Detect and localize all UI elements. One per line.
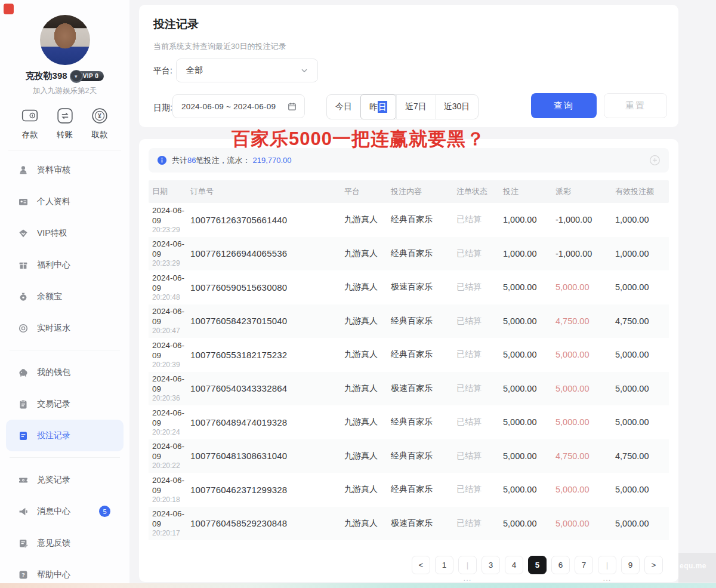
cell-date: 2024-06-0920:20:17 bbox=[152, 509, 190, 538]
page-button-1[interactable]: 1 bbox=[435, 556, 453, 574]
sidebar-item-我的钱包[interactable]: 我的钱包 bbox=[0, 356, 129, 388]
cell-status: 已结算 bbox=[456, 316, 503, 327]
bet-icon bbox=[18, 430, 29, 441]
cell-bet-amount: 5,000.00 bbox=[503, 316, 555, 326]
reset-button[interactable]: 重置 bbox=[604, 93, 667, 118]
table-body: 2024-06-0920:23:291007761263705661440九游真… bbox=[149, 203, 669, 540]
cell-valid-amount: 4,750.00 bbox=[615, 451, 669, 461]
table-row: 2024-06-0920:23:291007761263705661440九游真… bbox=[149, 203, 669, 237]
cell-status: 已结算 bbox=[456, 383, 503, 394]
column-header: 订单号 bbox=[190, 186, 344, 197]
sidebar-item-资料审核[interactable]: 资料审核 bbox=[0, 154, 129, 186]
range-button-近30日[interactable]: 近30日 bbox=[435, 95, 479, 119]
range-button-近7日[interactable]: 近7日 bbox=[396, 95, 435, 119]
expand-plus-icon[interactable] bbox=[649, 155, 661, 166]
summary-prefix: 共计 bbox=[172, 155, 187, 166]
quick-action-取款[interactable]: ¥取款 bbox=[85, 105, 114, 140]
sidebar-item-个人资料[interactable]: 个人资料 bbox=[0, 186, 129, 217]
quick-action-转账[interactable]: 转账 bbox=[51, 105, 79, 140]
next-page-button[interactable]: > bbox=[644, 556, 663, 574]
cell-order-number: 1007760458529230848 bbox=[190, 518, 344, 528]
cell-bet-content: 经典百家乐 bbox=[391, 484, 456, 495]
cell-platform: 九游真人 bbox=[344, 484, 391, 495]
sidebar-item-兑奖记录[interactable]: 兑奖记录 bbox=[0, 464, 129, 495]
table-row: 2024-06-0920:20:181007760462371299328九游真… bbox=[149, 473, 669, 507]
range-button-今日[interactable]: 今日 bbox=[327, 95, 360, 119]
page-button-9[interactable]: 9 bbox=[621, 556, 640, 574]
prev-page-button[interactable]: < bbox=[412, 556, 430, 574]
feedback-icon bbox=[18, 538, 29, 549]
rebate-icon bbox=[18, 323, 29, 334]
cell-bet-amount: 5,000.00 bbox=[503, 417, 555, 427]
cell-payout: 5,000.00 bbox=[555, 485, 615, 494]
date-value: 2024-06-09 bbox=[152, 441, 190, 461]
cell-valid-amount: 5,000.00 bbox=[615, 519, 669, 528]
table-header-row: 日期订单号平台投注内容注单状态投注派彩有效投注额 bbox=[149, 180, 669, 203]
sidebar-item-余额宝[interactable]: 余额宝 bbox=[0, 281, 129, 312]
sidebar-item-消息中心[interactable]: 消息中心5 bbox=[0, 495, 129, 527]
page-button-5[interactable]: 5 bbox=[528, 556, 547, 574]
cell-payout: 5,000.00 bbox=[555, 417, 615, 427]
cell-status: 已结算 bbox=[456, 518, 503, 529]
date-value: 2024-06-09 bbox=[152, 340, 190, 361]
sidebar-item-交易记录[interactable]: 交易记录 bbox=[0, 388, 129, 420]
cell-status: 已结算 bbox=[456, 349, 503, 360]
info-icon bbox=[157, 155, 167, 165]
range-button-昨日[interactable]: 昨日 bbox=[360, 94, 396, 119]
calendar-icon bbox=[287, 101, 297, 112]
page-button-6[interactable]: 6 bbox=[551, 556, 570, 574]
quick-action-存款[interactable]: 存款 bbox=[16, 105, 44, 140]
vip-badge-label: VIP 0 bbox=[83, 73, 99, 79]
cell-order-number: 1007760489474019328 bbox=[190, 417, 344, 427]
cell-platform: 九游真人 bbox=[344, 451, 391, 461]
vip-badge: ▾ VIP 0 bbox=[72, 71, 104, 81]
cell-valid-amount: 1,000.00 bbox=[615, 215, 669, 224]
cell-payout: 4,750.00 bbox=[555, 316, 615, 326]
column-header: 注单状态 bbox=[456, 186, 503, 197]
sidebar-item-VIP特权[interactable]: VIP特权 bbox=[0, 217, 129, 249]
platform-select[interactable]: 全部 bbox=[176, 59, 318, 82]
sidebar-item-投注记录[interactable]: 投注记录 bbox=[6, 420, 124, 451]
cell-bet-amount: 5,000.00 bbox=[503, 451, 555, 461]
page-button-7[interactable]: 7 bbox=[575, 556, 593, 574]
sidebar-item-label: 帮助中心 bbox=[37, 569, 70, 580]
cell-bet-amount: 1,000.00 bbox=[503, 215, 555, 224]
sidebar: 克孜勒398 ▾ VIP 0 加入九游娱乐第2天 存款转账¥取款 资料审核个人资… bbox=[0, 0, 129, 588]
bottom-gradient-strip bbox=[0, 583, 716, 588]
sidebar-item-label: VIP特权 bbox=[37, 228, 67, 239]
cell-valid-amount: 1,000.00 bbox=[615, 249, 669, 258]
cell-valid-amount: 5,000.00 bbox=[615, 417, 669, 427]
cell-platform: 九游真人 bbox=[344, 518, 391, 529]
chevron-down-icon bbox=[300, 66, 309, 75]
cell-bet-content: 经典百家乐 bbox=[391, 451, 456, 461]
bet-records-table: 日期订单号平台投注内容注单状态投注派彩有效投注额 2024-06-0920:23… bbox=[149, 180, 669, 540]
ellipsis-button[interactable]: |... bbox=[458, 556, 477, 574]
ellipsis-dots: ... bbox=[603, 574, 612, 583]
page-button-3[interactable]: 3 bbox=[482, 556, 500, 574]
column-header: 有效投注额 bbox=[615, 186, 669, 197]
date-range-input[interactable]: 2024-06-09 ~ 2024-06-09 bbox=[172, 94, 305, 118]
search-button[interactable]: 查询 bbox=[531, 93, 597, 118]
sidebar-item-实时返水[interactable]: 实时返水 bbox=[0, 312, 129, 344]
time-value: 20:23:29 bbox=[152, 259, 190, 268]
ticket-icon bbox=[18, 475, 29, 485]
unread-badge: 5 bbox=[99, 506, 110, 517]
page-subtitle: 当前系统支持查询最近30日的投注记录 bbox=[153, 41, 286, 52]
time-value: 20:23:29 bbox=[152, 226, 190, 235]
quick-range-group: 今日昨日近7日近30日 bbox=[326, 94, 479, 119]
time-value: 20:20:48 bbox=[152, 293, 190, 302]
cell-status: 已结算 bbox=[456, 417, 503, 427]
table-row: 2024-06-0920:20:361007760540343332864九游真… bbox=[149, 372, 669, 406]
sidebar-item-label: 我的钱包 bbox=[37, 367, 70, 378]
watermark-block: equ.me bbox=[678, 553, 716, 583]
page-button-4[interactable]: 4 bbox=[505, 556, 523, 574]
cell-bet-amount: 5,000.00 bbox=[503, 384, 555, 393]
cell-order-number: 1007760481308631040 bbox=[190, 451, 344, 461]
sidebar-item-意见反馈[interactable]: 意见反馈 bbox=[0, 527, 129, 559]
sidebar-item-label: 投注记录 bbox=[37, 430, 70, 441]
ellipsis-button[interactable]: |... bbox=[598, 556, 616, 574]
sidebar-item-福利中心[interactable]: 福利中心 bbox=[0, 249, 129, 281]
message-icon bbox=[18, 506, 29, 517]
column-header: 平台 bbox=[344, 186, 391, 197]
summary-amount: 219,770.00 bbox=[252, 156, 291, 165]
